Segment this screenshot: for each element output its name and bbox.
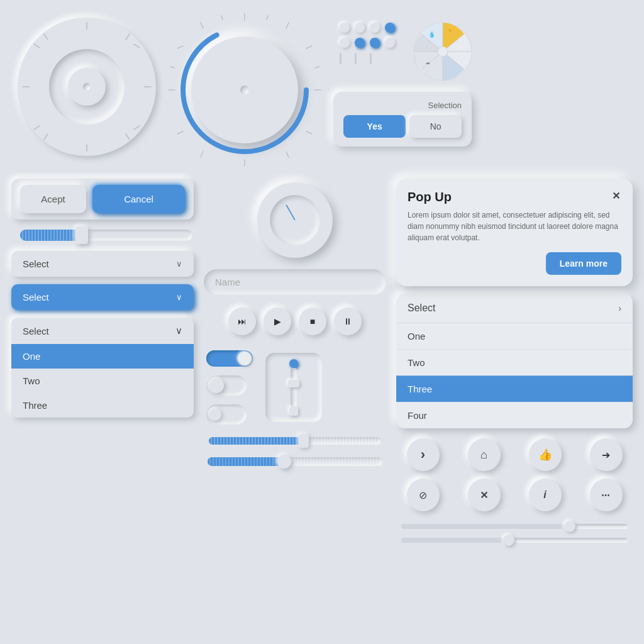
v-slider-thumb[interactable] [288, 380, 299, 387]
select-dropdown-header[interactable]: Select › [396, 294, 633, 323]
thumbs-up-icon-btn[interactable]: 👍 [529, 438, 562, 471]
stop-button[interactable]: ■ [299, 308, 326, 335]
dot-blue [370, 38, 380, 48]
h-slider1-fill [209, 437, 304, 445]
dot [385, 53, 395, 64]
svg-line-6 [34, 126, 40, 130]
chevron-down-icon: ∨ [176, 259, 182, 269]
close-button[interactable]: ✕ [608, 187, 624, 204]
svg-text:☀: ☀ [448, 28, 453, 34]
knob2-section[interactable] [166, 11, 323, 169]
toggle1-thumb [238, 352, 252, 365]
select-dropdown-card[interactable]: Select › One Two Three Four [396, 294, 633, 428]
dropdown-item-one[interactable]: One [11, 344, 194, 369]
knob1-ticks [18, 18, 156, 156]
svg-line-24 [221, 16, 223, 19]
toggle2-thumb [209, 378, 224, 393]
bar-dot [340, 53, 341, 64]
dropdown-list: One Two Three Four [396, 323, 633, 428]
dropdown-option-one[interactable]: One [396, 323, 633, 349]
toggle3[interactable] [206, 404, 253, 425]
chevron-down-icon: ∨ [176, 292, 182, 302]
svg-line-18 [177, 131, 183, 134]
chevron-right-icon-btn[interactable]: › [407, 438, 440, 471]
dropdown-item-two[interactable]: Two [11, 369, 194, 393]
dropdown-option-three[interactable]: Three [396, 375, 633, 402]
home-icon-btn[interactable]: ⌂ [468, 438, 501, 471]
svg-line-10 [134, 126, 140, 130]
svg-line-26 [170, 67, 174, 68]
range-track2[interactable] [401, 538, 628, 543]
svg-line-9 [44, 134, 48, 140]
forward-icon-btn[interactable]: ➔ [590, 438, 623, 471]
yes-button[interactable]: Yes [343, 115, 406, 138]
select3-dropdown[interactable]: Select ∨ One Two Three [11, 318, 194, 418]
yes-no-card: Selection Yes No [333, 92, 472, 147]
popup-body: Lorem ipsum dolor sit amet, consectetuer… [408, 209, 621, 243]
svg-line-19 [306, 46, 312, 48]
dot [370, 23, 380, 33]
dots-grid [333, 16, 401, 70]
toggle-group [204, 348, 255, 427]
select1[interactable]: Select ∨ [11, 251, 194, 277]
range-track1[interactable] [401, 524, 628, 529]
svg-line-16 [201, 23, 203, 28]
dropdown-option-two[interactable]: Two [396, 349, 633, 375]
svg-text:☁: ☁ [425, 60, 430, 65]
v-slider-box[interactable] [265, 353, 322, 422]
svg-line-27 [315, 67, 319, 68]
select2[interactable]: Select ∨ [11, 284, 194, 310]
block-icon-btn[interactable]: ⊘ [407, 479, 440, 511]
svg-line-21 [201, 152, 203, 157]
accept-button[interactable]: Acept [20, 185, 86, 213]
selection-label: Selection [343, 101, 462, 110]
more-icon-btn[interactable]: ••• [590, 479, 623, 511]
chevron-right-icon: › [618, 303, 621, 313]
svg-line-23 [177, 46, 183, 48]
close-icon-btn[interactable]: ✕ [468, 479, 501, 511]
knob3-needle [286, 204, 296, 220]
svg-line-8 [126, 34, 130, 40]
toggle1[interactable] [206, 350, 253, 367]
name-input[interactable]: Name [204, 269, 386, 295]
range-thumb2[interactable] [503, 535, 514, 546]
bot-slider-thumb[interactable] [277, 455, 291, 469]
slider-thumb[interactable] [75, 226, 88, 244]
weather-wheel: 💧 ☀ ☁ [411, 20, 474, 83]
info-icon-btn[interactable]: i [529, 479, 562, 511]
dot-blue [355, 38, 365, 48]
range-sliders [396, 521, 633, 545]
toggle2[interactable] [206, 375, 253, 396]
bottom-slider-section[interactable] [204, 455, 386, 469]
knob3-section[interactable] [204, 179, 386, 262]
dot-blue [385, 23, 395, 33]
dot [340, 38, 350, 48]
fast-forward-button[interactable]: ⏭ [228, 308, 256, 335]
svg-point-38 [438, 47, 448, 57]
popup-card: ✕ Pop Up Lorem ipsum dolor sit amet, con… [396, 179, 633, 286]
learn-more-button[interactable]: Learn more [546, 252, 621, 275]
knob1-section[interactable] [18, 18, 156, 156]
pause-button[interactable]: ⏸ [334, 308, 362, 335]
button-row: Acept Cancel [11, 179, 194, 219]
cancel-button[interactable]: Cancel [92, 185, 185, 213]
bar-dot [355, 53, 357, 64]
h-slider1-thumb[interactable] [299, 434, 309, 448]
dot [355, 23, 365, 33]
svg-line-25 [267, 16, 268, 19]
dot [340, 23, 350, 33]
svg-line-20 [286, 23, 289, 28]
main-slider[interactable] [11, 227, 194, 243]
bar-dot [370, 53, 372, 64]
dropdown-option-four[interactable]: Four [396, 402, 633, 428]
media-controls: ⏭ ▶ ■ ⏸ [204, 303, 386, 340]
h-slider1[interactable] [209, 437, 381, 445]
svg-line-11 [34, 44, 40, 48]
dropdown-item-three[interactable]: Three [11, 393, 194, 418]
popup-title: Pop Up [408, 190, 621, 204]
h-slider-group [204, 435, 386, 447]
range-thumb1[interactable] [564, 521, 575, 532]
play-button[interactable]: ▶ [264, 308, 291, 335]
no-button[interactable]: No [409, 115, 462, 138]
svg-line-22 [306, 131, 312, 134]
